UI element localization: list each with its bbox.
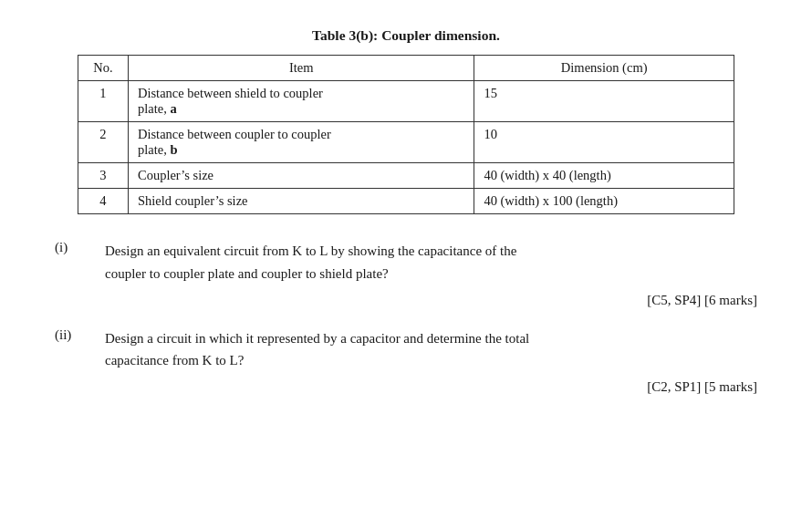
row1-no: 1 <box>78 81 129 122</box>
table-row: 4 Shield coupler’s size 40 (width) x 100… <box>78 189 734 214</box>
table-row: 1 Distance between shield to coupler pla… <box>78 81 734 122</box>
row1-item-text2: plate, <box>138 101 170 116</box>
row1-item: Distance between shield to coupler plate… <box>128 81 474 122</box>
row4-no: 4 <box>78 189 129 214</box>
question-i-label: (i) <box>55 240 105 255</box>
question-i: (i) Design an equivalent circuit from K … <box>55 240 757 311</box>
question-ii-content: Design a circuit in which it represented… <box>105 327 757 399</box>
row2-no: 2 <box>78 122 129 163</box>
question-ii-line1: Design a circuit in which it represented… <box>105 327 757 350</box>
table-header-row: No. Item Dimension (cm) <box>78 56 734 81</box>
col-header-dim: Dimension (cm) <box>474 56 734 81</box>
row4-dim: 40 (width) x 100 (length) <box>474 189 734 214</box>
row2-dim: 10 <box>474 122 734 163</box>
row1-item-bold: a <box>170 101 176 116</box>
table-row: 3 Coupler’s size 40 (width) x 40 (length… <box>78 163 734 189</box>
row4-item: Shield coupler’s size <box>128 189 474 214</box>
question-i-line1: Design an equivalent circuit from K to L… <box>105 240 757 263</box>
row2-item-bold: b <box>170 142 177 157</box>
row1-dim: 15 <box>474 81 734 122</box>
row2-item: Distance between coupler to coupler plat… <box>128 122 474 163</box>
question-ii-marks: [C2, SP1] [5 marks] <box>105 376 757 398</box>
dimension-table: No. Item Dimension (cm) 1 Distance betwe… <box>78 55 734 214</box>
table-row: 2 Distance between coupler to coupler pl… <box>78 122 734 163</box>
question-ii-label: (ii) <box>55 327 105 343</box>
question-ii: (ii) Design a circuit in which it repres… <box>55 327 757 399</box>
question-i-line2: coupler to coupler plate and coupler to … <box>105 263 757 285</box>
row2-item-text1: Distance between coupler to coupler <box>138 127 331 141</box>
col-header-no: No. <box>78 56 129 81</box>
row2-item-text2: plate, <box>138 142 170 157</box>
table-title: Table 3(b): Coupler dimension. <box>55 27 757 44</box>
row3-item: Coupler’s size <box>128 163 474 189</box>
row3-dim: 40 (width) x 40 (length) <box>474 163 734 189</box>
row1-item-text1: Distance between shield to coupler <box>138 86 323 100</box>
question-i-content: Design an equivalent circuit from K to L… <box>105 240 757 311</box>
col-header-item: Item <box>128 56 474 81</box>
table-container: No. Item Dimension (cm) 1 Distance betwe… <box>55 55 757 214</box>
row3-no: 3 <box>78 163 129 189</box>
questions-section: (i) Design an equivalent circuit from K … <box>55 240 757 398</box>
question-i-marks: [C5, SP4] [6 marks] <box>105 289 757 311</box>
question-ii-line2: capacitance from K to L? <box>105 349 757 372</box>
